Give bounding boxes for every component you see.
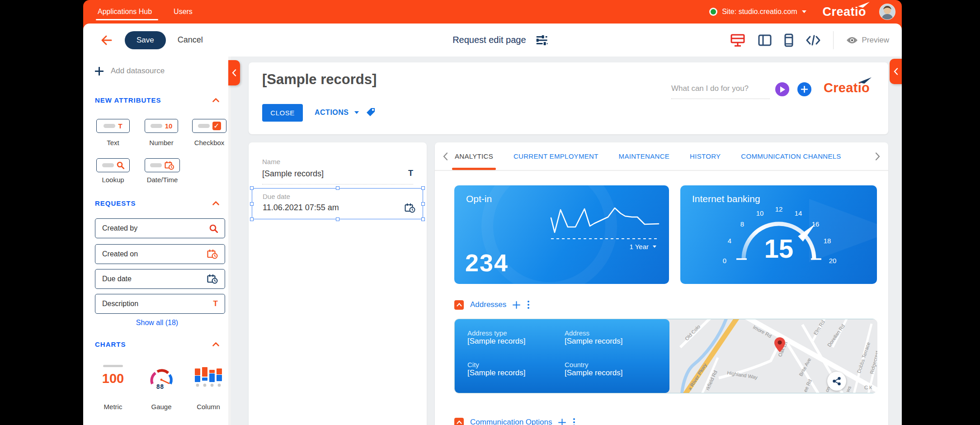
selection-handle[interactable] [250, 217, 254, 221]
add-address-button[interactable] [513, 301, 520, 309]
right-panel-collapse-tab[interactable] [890, 59, 902, 84]
attribute-label: Checkbox [187, 139, 232, 146]
addresses-menu-button[interactable] [527, 300, 530, 310]
avatar[interactable] [879, 4, 895, 20]
attribute-tile-number[interactable]: 10 [145, 119, 178, 133]
add-communication-button[interactable] [558, 419, 566, 425]
address-field-value: [Sample records] [565, 368, 623, 378]
tab-maintenance[interactable]: MAINTENANCE [619, 142, 669, 170]
eye-icon [846, 36, 858, 44]
chevron-down-icon [653, 246, 656, 248]
add-record-button[interactable] [797, 82, 811, 96]
address-field-label: City [467, 361, 526, 368]
record-header-card: [Sample records] CLOSE ACTIONS What can … [249, 62, 888, 134]
field-created-on[interactable]: Created on [95, 244, 225, 264]
attribute-tile-datetime[interactable] [145, 158, 180, 172]
tab-history[interactable]: HISTORY [690, 142, 721, 170]
sidebar-scrollbar[interactable] [228, 57, 231, 425]
period-selector[interactable]: 1 Year [629, 243, 656, 250]
addresses-section-header: Addresses [454, 300, 530, 310]
gauge-tick: 20 [829, 257, 837, 264]
mobile-view-button[interactable] [784, 33, 793, 47]
selection-handle[interactable] [421, 202, 425, 206]
selection-handle[interactable] [421, 186, 425, 190]
selection-handle[interactable] [421, 217, 425, 221]
communication-options-section-header: Communication Options [454, 417, 576, 425]
field-description[interactable]: Description T [95, 294, 225, 314]
attribute-tile-checkbox[interactable]: ✓ [192, 119, 226, 133]
attribute-label: Number [139, 139, 184, 146]
section-charts[interactable]: CHARTS [95, 340, 219, 348]
collapse-section-button[interactable] [454, 418, 464, 425]
metric-chart-value[interactable]: 100 [102, 371, 124, 386]
address-field-label: Address [565, 329, 623, 337]
gauge-value: 15 [764, 234, 794, 263]
selection-handle[interactable] [336, 217, 339, 221]
chevron-up-icon [457, 303, 462, 307]
column-chart-icon[interactable] [194, 366, 223, 387]
calendar-clock-icon [207, 249, 218, 259]
nav-users[interactable]: Users [173, 1, 193, 22]
text-type-icon: T [213, 299, 218, 308]
tabs-scroll-left[interactable] [443, 152, 448, 161]
communication-options-title[interactable]: Communication Options [470, 418, 552, 425]
sidebar-collapse-tab[interactable] [228, 60, 240, 85]
tab-communication-channels[interactable]: COMMUNICATION CHANNELS [741, 142, 841, 170]
field-created-by[interactable]: Created by [95, 218, 225, 238]
share-map-button[interactable] [827, 372, 846, 391]
save-button[interactable]: Save [125, 31, 166, 49]
attribute-tile-text[interactable]: T [96, 119, 130, 133]
address-map[interactable]: Old Colo lmore Rd Elm Rd Oak Ln Brite Av… [669, 319, 877, 393]
tab-current-employment[interactable]: CURRENT EMPLOYMENT [514, 142, 598, 170]
site-selector[interactable]: Site: studio.creatio.com [722, 8, 797, 16]
nav-applications-hub[interactable]: Applications Hub [97, 1, 153, 22]
attribute-tile-lookup[interactable] [96, 158, 130, 172]
due-date-field-selected[interactable]: Due date 11.06.2021 07:55 am [252, 188, 423, 219]
tab-analytics[interactable]: ANALYTICS [455, 142, 493, 170]
due-date-value[interactable]: 11.06.2021 07:55 am [263, 203, 339, 212]
show-all-link[interactable]: Show all (18) [83, 319, 231, 327]
attribute-label: Lookup [90, 176, 136, 184]
chevron-down-icon[interactable] [802, 10, 806, 13]
desktop-view-button[interactable] [730, 33, 745, 47]
split-view-button[interactable] [758, 34, 772, 46]
address-field-value: [Sample records] [565, 337, 623, 346]
address-details-panel[interactable]: Address type[Sample records] Address[Sam… [455, 319, 669, 393]
preview-button[interactable]: Preview [846, 36, 889, 45]
calendar-clock-icon[interactable] [405, 203, 415, 215]
optin-metric-widget[interactable]: Opt-in 1 Year 234 [454, 185, 669, 284]
addresses-title[interactable]: Addresses [470, 300, 506, 309]
section-requests[interactable]: REQUESTS [95, 199, 219, 207]
selection-handle[interactable] [336, 186, 339, 190]
actions-menu-button[interactable]: ACTIONS [315, 109, 359, 117]
add-datasource-button[interactable]: Add datasource [95, 66, 165, 76]
chevron-left-icon [232, 69, 236, 76]
toolbar-divider [833, 31, 834, 49]
gauge-tick: 8 [740, 220, 744, 228]
field-due-date[interactable]: Due date [95, 269, 225, 289]
name-field-label: Name [262, 158, 280, 165]
gauge-chart: 15 [680, 185, 877, 284]
chevron-up-icon [212, 98, 219, 102]
field-shape [198, 124, 210, 128]
tabs-scroll-right[interactable] [875, 152, 880, 161]
selection-handle[interactable] [250, 202, 254, 206]
code-view-button[interactable] [806, 34, 820, 46]
cancel-button[interactable]: Cancel [178, 35, 203, 45]
selection-handle[interactable] [250, 186, 254, 190]
internet-banking-gauge-widget[interactable]: Internet banking 15 0 4 8 10 12 [680, 185, 877, 284]
gauge-tick: 4 [728, 237, 731, 245]
gauge-tick: 12 [775, 205, 783, 213]
section-new-attributes[interactable]: NEW ATTRIBUTES [95, 96, 219, 104]
tag-icon[interactable] [365, 107, 376, 119]
back-button[interactable] [99, 34, 113, 47]
name-field-value[interactable]: [Sample records] [262, 169, 324, 179]
page-settings-icon[interactable] [536, 35, 547, 46]
chevron-up-icon [212, 201, 219, 205]
chevron-left-icon [894, 68, 898, 75]
assistant-input[interactable]: What can I do for you? [671, 84, 770, 99]
communication-menu-button[interactable] [572, 417, 576, 425]
close-button[interactable]: CLOSE [262, 104, 303, 122]
run-process-button[interactable] [775, 82, 789, 96]
collapse-section-button[interactable] [454, 300, 464, 310]
